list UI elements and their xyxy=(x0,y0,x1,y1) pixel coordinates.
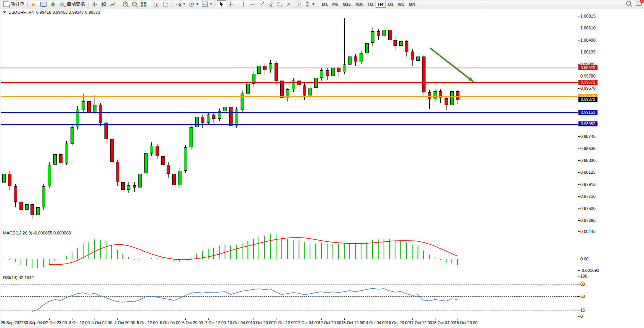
macd-histogram-bar xyxy=(355,243,356,259)
macd-histogram-bar xyxy=(457,259,458,265)
candle xyxy=(411,52,414,60)
price-axis-label: 0.98330 xyxy=(580,158,596,163)
macd-histogram-bar xyxy=(304,242,305,259)
time-axis-label: 6 Oct 20:00 xyxy=(182,320,203,325)
rsi-axis-tick xyxy=(578,316,580,317)
chart-symbol-period: USDCHF-,H4 xyxy=(8,10,34,15)
time-axis-tick xyxy=(390,318,390,320)
chart-ohlc-values: 0.99418 0.99453 0.99347 0.99373 xyxy=(36,10,100,15)
candle xyxy=(14,186,17,202)
time-axis-label: 4 Oct 20:00 xyxy=(114,320,135,325)
candle xyxy=(161,156,165,165)
price-axis-tick xyxy=(578,64,580,65)
macd-histogram-bar xyxy=(66,256,67,259)
candle xyxy=(422,57,426,92)
macd-histogram-bar xyxy=(3,259,4,259)
candle xyxy=(172,174,176,185)
candle xyxy=(104,123,108,139)
price-axis-tick xyxy=(578,149,580,149)
candle xyxy=(48,165,51,186)
chart-area[interactable]: 1.008151.006101.004001.001950.999850.997… xyxy=(0,0,644,328)
macd-histogram-bar xyxy=(60,259,61,259)
window-frame-right xyxy=(0,0,0,320)
rsi-axis-label: 0 xyxy=(580,314,583,318)
time-axis-label: 11 Oct 12:00 xyxy=(273,320,296,325)
macd-histogram-bar xyxy=(225,245,225,259)
price-axis-tick xyxy=(578,88,580,89)
candle xyxy=(36,207,40,215)
rsi-axis-label: 100 xyxy=(580,274,587,278)
rsi-indicator-label: RSI(14) 42.1912 xyxy=(3,275,34,280)
candle xyxy=(201,117,204,123)
time-axis-tick xyxy=(367,318,367,320)
macd-histogram-bar xyxy=(418,246,418,259)
rsi-level-line xyxy=(1,310,578,310)
time-axis-tick xyxy=(231,318,231,320)
macd-histogram-bar xyxy=(287,239,288,259)
time-axis-tick xyxy=(185,318,186,320)
candle xyxy=(167,165,170,174)
time-axis-label: 6 Oct 04:00 xyxy=(160,320,180,325)
candle xyxy=(223,107,227,111)
rsi-axis-tick xyxy=(578,284,580,284)
time-axis-tick xyxy=(412,318,413,320)
macd-histogram-bar xyxy=(446,259,446,263)
time-axis-tick xyxy=(458,318,458,320)
candle xyxy=(377,31,380,36)
candle xyxy=(150,146,153,153)
candle xyxy=(450,91,454,105)
candle xyxy=(297,81,301,85)
macd-histogram-bar xyxy=(145,259,146,259)
time-axis-label: 2 Oct 23:00 xyxy=(46,320,67,325)
macd-histogram-bar xyxy=(117,250,118,259)
price-tag: 0.99923 xyxy=(578,65,597,70)
price-axis-tick xyxy=(578,28,580,28)
macd-indicator-label: MACD(12,26,9) -0.000855 0.000063 xyxy=(3,231,71,235)
candle xyxy=(399,41,403,46)
candle xyxy=(308,88,312,95)
horizontal-line-object[interactable] xyxy=(1,124,578,125)
price-tag: 0.98952 xyxy=(578,121,597,126)
macd-histogram-bar xyxy=(213,248,214,259)
time-axis-label: 30 Sep 04:00 xyxy=(24,320,47,325)
time-axis-tick xyxy=(435,318,435,320)
macd-histogram-bar xyxy=(37,259,38,268)
price-axis-tick xyxy=(578,76,580,76)
macd-histogram-bar xyxy=(122,254,123,259)
price-axis-label: 1.00815 xyxy=(580,14,596,18)
horizontal-line-object[interactable] xyxy=(1,68,578,68)
macd-histogram-bar xyxy=(321,243,322,259)
time-axis-tick xyxy=(321,318,322,320)
collapse-icon[interactable] xyxy=(3,11,6,13)
time-axis-label: 12 Oct 04:00 xyxy=(296,320,319,325)
price-axis-label: 0.97915 xyxy=(580,182,596,187)
macd-histogram-bar xyxy=(259,237,259,259)
macd-histogram-bar xyxy=(168,259,169,259)
horizontal-line-object[interactable] xyxy=(1,96,578,97)
time-axis-label: 16 Oct 23:00 xyxy=(387,320,410,325)
time-axis-tick xyxy=(4,318,4,320)
candle xyxy=(65,144,68,163)
price-axis-tick xyxy=(578,40,580,40)
mt4-terminal: 新订单 自动交易 + − E F A T xyxy=(0,0,644,328)
price-axis-label: 1.00195 xyxy=(580,50,596,54)
candle xyxy=(31,204,34,215)
macd-histogram-bar xyxy=(191,257,191,259)
macd-axis-tick xyxy=(578,259,580,259)
horizontal-line-object[interactable] xyxy=(1,82,578,83)
macd-histogram-bar xyxy=(281,238,282,259)
rsi-axis-label: 80 xyxy=(580,282,585,286)
macd-axis-label: -0.001693 xyxy=(580,268,599,273)
price-tag: 0.99153 xyxy=(578,110,597,115)
candle xyxy=(25,204,29,210)
horizontal-line-object[interactable] xyxy=(1,112,578,113)
rsi-axis-tick xyxy=(578,310,580,310)
macd-histogram-bar xyxy=(88,242,89,259)
macd-histogram-bar xyxy=(15,259,16,262)
macd-axis-label: 0.00445 xyxy=(580,229,596,234)
bid-price-line xyxy=(1,100,578,100)
macd-histogram-bar xyxy=(440,259,441,260)
price-axis-label: 1.00610 xyxy=(580,26,596,30)
candle xyxy=(8,174,11,186)
candle xyxy=(121,182,125,190)
